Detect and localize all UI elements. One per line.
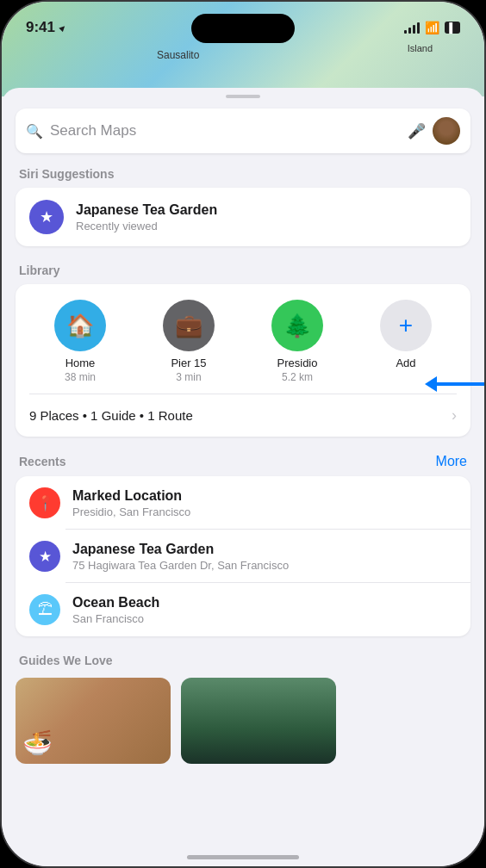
arrow-line (437, 382, 484, 386)
siri-suggestion-item[interactable]: ★ Japanese Tea Garden Recently viewed (16, 188, 470, 246)
pier-icon: 💼 (163, 300, 215, 351)
battery-icon: ▌ (445, 22, 460, 34)
library-item-pier-sub: 3 min (176, 371, 201, 383)
signal-icon (404, 22, 420, 34)
suggestion-text: Japanese Tea Garden Recently viewed (76, 202, 217, 232)
marked-location-text: Marked Location Presidio, San Francisco (72, 488, 190, 518)
guide-thumb-food[interactable]: 🍜 (16, 678, 171, 764)
library-icons-row: 🏠 Home 38 min 💼 Pier 15 3 min 🌲 Presidio… (16, 284, 470, 394)
dynamic-island (191, 14, 295, 43)
japanese-tea-garden-name: Japanese Tea Garden (72, 542, 289, 557)
status-time: 9:41 ▲ (26, 19, 68, 36)
chevron-right-icon: › (452, 406, 457, 425)
sheet-handle (226, 95, 260, 98)
library-item-presidio-sub: 5.2 km (282, 371, 313, 383)
wifi-icon: 📶 (425, 21, 439, 34)
guides-label: Guides We Love (2, 650, 484, 678)
japanese-tea-garden-icon: ★ (29, 541, 60, 572)
suggestion-icon: ★ (29, 200, 64, 234)
search-input[interactable]: Search Maps (50, 122, 401, 140)
library-item-add-name: Add (396, 356, 415, 369)
ocean-beach-text: Ocean Beach San Francisco (72, 595, 159, 625)
blue-arrow-indicator (425, 376, 484, 392)
search-icon: 🔍 (26, 123, 43, 140)
suggestion-name: Japanese Tea Garden (76, 202, 217, 218)
home-indicator (187, 855, 299, 859)
presidio-icon: 🌲 (271, 300, 323, 351)
marked-location-subtitle: Presidio, San Francisco (72, 505, 190, 518)
japanese-tea-garden-subtitle: 75 Hagiwara Tea Garden Dr, San Francisco (72, 559, 289, 572)
phone-frame: Sausalito Island 9:41 ▲ 📶 ▌ 🔍 Sear (0, 0, 486, 868)
japanese-tea-garden-text: Japanese Tea Garden 75 Hagiwara Tea Gard… (72, 542, 289, 572)
map-label-sausalito: Sausalito (157, 49, 199, 61)
library-item-presidio[interactable]: 🌲 Presidio 5.2 km (243, 300, 352, 383)
arrow-head-icon (425, 376, 437, 392)
search-bar[interactable]: 🔍 Search Maps 🎤 (16, 108, 470, 153)
recent-item-japanese-tea-garden[interactable]: ★ Japanese Tea Garden 75 Hagiwara Tea Ga… (16, 530, 470, 583)
more-button[interactable]: More (436, 454, 467, 469)
library-item-presidio-name: Presidio (277, 356, 318, 369)
library-item-pier-name: Pier 15 (171, 356, 206, 369)
microphone-icon[interactable]: 🎤 (408, 122, 426, 140)
search-bar-container: 🔍 Search Maps 🎤 (2, 108, 484, 164)
library-footer[interactable]: 9 Places • 1 Guide • 1 Route › (16, 394, 470, 437)
guide-thumb-nature[interactable] (181, 678, 336, 764)
library-item-home-name: Home (65, 356, 96, 369)
library-footer-text: 9 Places • 1 Guide • 1 Route (29, 408, 193, 423)
recents-header: Recents More (2, 450, 484, 476)
guides-row: 🍜 (2, 678, 484, 764)
avatar[interactable] (433, 117, 460, 145)
library-item-home-sub: 38 min (65, 371, 96, 383)
home-icon: 🏠 (54, 300, 106, 351)
library-item-pier15[interactable]: 💼 Pier 15 3 min (134, 300, 243, 383)
ocean-beach-icon: ⛱ (29, 594, 60, 625)
ocean-beach-subtitle: San Francisco (72, 612, 159, 625)
recent-item-ocean-beach[interactable]: ⛱ Ocean Beach San Francisco (16, 583, 470, 636)
suggestion-subtitle: Recently viewed (76, 220, 217, 232)
status-icons: 📶 ▌ (404, 21, 460, 34)
recents-card: 📍 Marked Location Presidio, San Francisc… (16, 476, 470, 636)
marked-location-name: Marked Location (72, 488, 190, 504)
ocean-beach-name: Ocean Beach (72, 595, 159, 611)
recent-item-marked-location[interactable]: 📍 Marked Location Presidio, San Francisc… (16, 476, 470, 530)
location-arrow-icon: ▲ (56, 21, 70, 34)
food-emoji-icon: 🍜 (22, 728, 53, 757)
library-card: 🏠 Home 38 min 💼 Pier 15 3 min 🌲 Presidio… (16, 284, 470, 437)
add-icon: + (380, 300, 432, 351)
library-item-add[interactable]: + Add (352, 300, 460, 383)
library-item-home[interactable]: 🏠 Home 38 min (26, 300, 134, 383)
library-label: Library (2, 260, 484, 284)
siri-suggestions-label: Siri Suggestions (2, 164, 484, 188)
marked-location-icon: 📍 (29, 487, 60, 518)
recents-label: Recents (19, 455, 65, 468)
bottom-sheet: 🔍 Search Maps 🎤 Siri Suggestions ★ Japan… (2, 88, 484, 866)
